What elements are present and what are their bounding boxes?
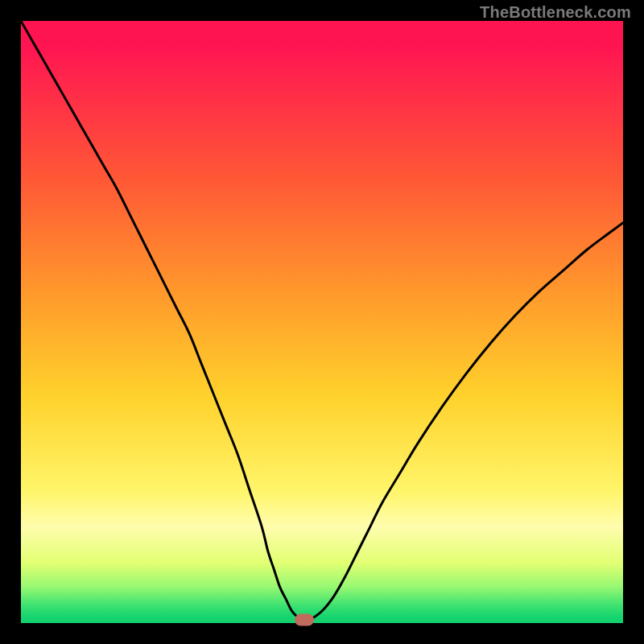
chart-plot-area <box>21 21 623 623</box>
optimal-point-marker <box>295 614 314 626</box>
bottleneck-curve <box>21 21 623 620</box>
curve-svg <box>21 21 623 623</box>
watermark-text: TheBottleneck.com <box>480 3 631 22</box>
